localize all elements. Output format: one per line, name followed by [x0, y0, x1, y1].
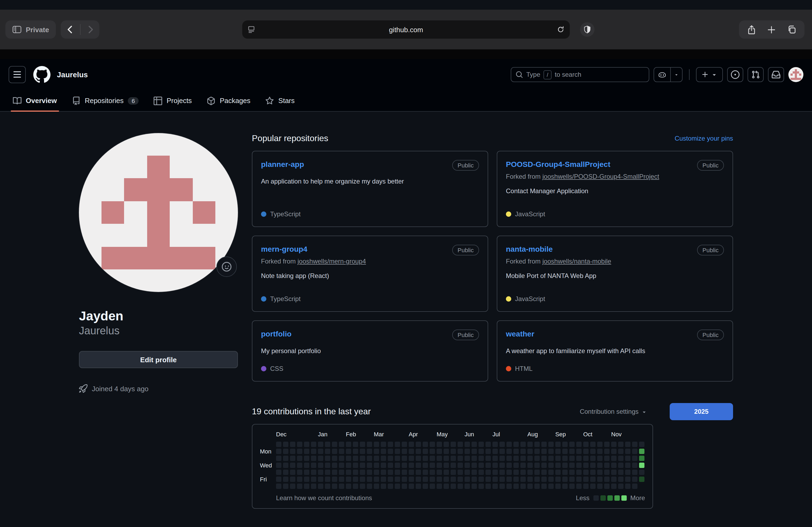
- contribution-cell[interactable]: [290, 449, 295, 454]
- contribution-cell[interactable]: [555, 477, 561, 482]
- contribution-cell[interactable]: [437, 463, 442, 468]
- contribution-cell[interactable]: [576, 470, 582, 475]
- contribution-cell[interactable]: [290, 470, 295, 475]
- contribution-cell[interactable]: [374, 449, 379, 454]
- contribution-cell[interactable]: [367, 470, 372, 475]
- contribution-cell[interactable]: [325, 463, 330, 468]
- contribution-cell[interactable]: [555, 456, 561, 461]
- contribution-cell[interactable]: [311, 483, 316, 489]
- address-bar[interactable]: github.com: [242, 20, 570, 39]
- contribution-cell[interactable]: [360, 470, 365, 475]
- contribution-cell[interactable]: [513, 470, 519, 475]
- contribution-cell[interactable]: [297, 483, 302, 489]
- contribution-cell[interactable]: [290, 463, 295, 468]
- contribution-cell[interactable]: [590, 456, 596, 461]
- contribution-cell[interactable]: [520, 477, 526, 482]
- contribution-cell[interactable]: [527, 483, 533, 489]
- contribution-cell[interactable]: [395, 449, 400, 454]
- contribution-cell[interactable]: [360, 477, 365, 482]
- tab-overview-icon[interactable]: [782, 25, 801, 34]
- contribution-cell[interactable]: [562, 442, 568, 447]
- contribution-cell[interactable]: [276, 442, 281, 447]
- contribution-cell[interactable]: [499, 456, 505, 461]
- contribution-cell[interactable]: [283, 449, 288, 454]
- contribution-cell[interactable]: [583, 456, 589, 461]
- contribution-cell[interactable]: [604, 449, 610, 454]
- contribution-cell[interactable]: [618, 477, 624, 482]
- contribution-cell[interactable]: [430, 463, 435, 468]
- contribution-cell[interactable]: [534, 442, 540, 447]
- contribution-cell[interactable]: [367, 442, 372, 447]
- contribution-cell[interactable]: [276, 477, 281, 482]
- contribution-cell[interactable]: [458, 477, 463, 482]
- contribution-cell[interactable]: [548, 470, 554, 475]
- contribution-cell[interactable]: [395, 456, 400, 461]
- contribution-cell[interactable]: [402, 442, 407, 447]
- contribution-cell[interactable]: [569, 477, 575, 482]
- contribution-cell[interactable]: [520, 463, 526, 468]
- contribution-cell[interactable]: [597, 483, 603, 489]
- contribution-cell[interactable]: [485, 483, 491, 489]
- contribution-cell[interactable]: [618, 456, 624, 461]
- contribution-cell[interactable]: [639, 442, 644, 447]
- contribution-cell[interactable]: [625, 449, 630, 454]
- contribution-cell[interactable]: [472, 449, 477, 454]
- contribution-cell[interactable]: [492, 449, 498, 454]
- contribution-cell[interactable]: [458, 483, 463, 489]
- contribution-cell[interactable]: [520, 483, 526, 489]
- contribution-cell[interactable]: [409, 477, 414, 482]
- contribution-cell[interactable]: [576, 456, 582, 461]
- contribution-cell[interactable]: [444, 442, 449, 447]
- edit-profile-button[interactable]: Edit profile: [79, 351, 238, 368]
- contribution-cell[interactable]: [548, 456, 554, 461]
- repo-name-link[interactable]: POOSD-Group4-SmallProject: [506, 160, 610, 168]
- contribution-cell[interactable]: [332, 456, 337, 461]
- contribution-cell[interactable]: [444, 449, 449, 454]
- contribution-cell[interactable]: [548, 463, 554, 468]
- contribution-cell[interactable]: [465, 456, 470, 461]
- contribution-cell[interactable]: [541, 442, 547, 447]
- issues-icon[interactable]: [727, 67, 743, 82]
- contribution-cell[interactable]: [339, 456, 344, 461]
- contribution-cell[interactable]: [576, 477, 582, 482]
- contribution-cell[interactable]: [318, 456, 323, 461]
- contribution-cell[interactable]: [632, 449, 637, 454]
- contribution-cell[interactable]: [416, 477, 421, 482]
- contribution-cell[interactable]: [339, 442, 344, 447]
- contribution-cell[interactable]: [534, 483, 540, 489]
- contribution-cell[interactable]: [590, 477, 596, 482]
- forked-from-link[interactable]: jooshwells/nanta-mobile: [542, 258, 611, 265]
- contribution-cell[interactable]: [590, 449, 596, 454]
- contribution-cell[interactable]: [290, 483, 295, 489]
- contribution-cell[interactable]: [527, 477, 533, 482]
- contribution-cell[interactable]: [304, 449, 309, 454]
- contribution-cell[interactable]: [506, 442, 512, 447]
- contribution-cell[interactable]: [513, 449, 519, 454]
- new-tab-icon[interactable]: [762, 26, 781, 33]
- contribution-cell[interactable]: [458, 470, 463, 475]
- contribution-cell[interactable]: [611, 456, 617, 461]
- contribution-cell[interactable]: [472, 463, 477, 468]
- contribution-cell[interactable]: [590, 483, 596, 489]
- contribution-cell[interactable]: [388, 470, 393, 475]
- contribution-cell[interactable]: [444, 456, 449, 461]
- contribution-cell[interactable]: [478, 442, 484, 447]
- contribution-cell[interactable]: [548, 483, 554, 489]
- privacy-shield-button[interactable]: [580, 22, 595, 37]
- contribution-cell[interactable]: [458, 463, 463, 468]
- contribution-cell[interactable]: [499, 449, 505, 454]
- contribution-cell[interactable]: [499, 463, 505, 468]
- contribution-cell[interactable]: [618, 483, 624, 489]
- tab-stars[interactable]: Stars: [258, 90, 302, 111]
- contribution-cell[interactable]: [332, 463, 337, 468]
- contribution-cell[interactable]: [388, 449, 393, 454]
- contribution-cell[interactable]: [437, 456, 442, 461]
- contribution-cell[interactable]: [632, 463, 637, 468]
- contribution-cell[interactable]: [276, 449, 281, 454]
- contribution-cell[interactable]: [360, 483, 365, 489]
- contribution-cell[interactable]: [430, 449, 435, 454]
- contribution-cell[interactable]: [437, 470, 442, 475]
- contribution-cell[interactable]: [346, 483, 351, 489]
- year-2025-button[interactable]: 2025: [670, 403, 733, 420]
- contribution-cell[interactable]: [465, 463, 470, 468]
